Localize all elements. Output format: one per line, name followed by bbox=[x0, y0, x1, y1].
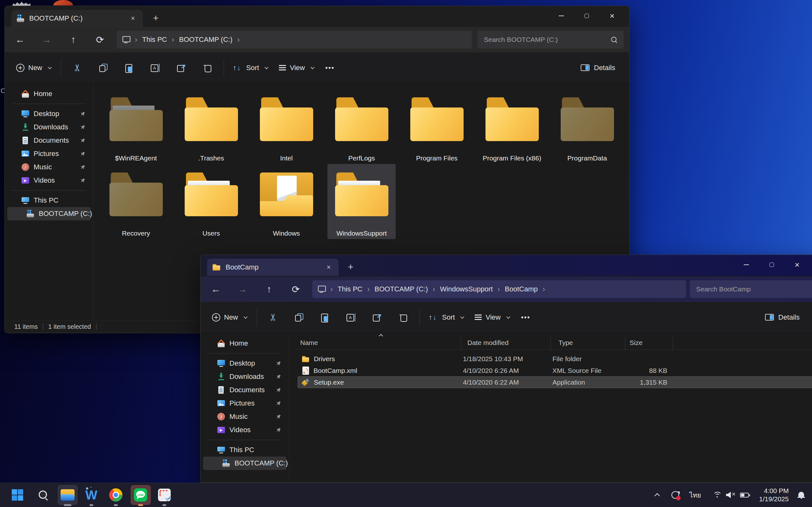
sidebar-item[interactable]: Documents bbox=[7, 134, 91, 147]
back-button[interactable]: ← bbox=[207, 280, 225, 298]
delete-button[interactable] bbox=[390, 308, 416, 326]
taskbar-file-explorer[interactable] bbox=[58, 485, 78, 505]
forward-button[interactable]: → bbox=[234, 280, 251, 298]
new-tab-button[interactable]: + bbox=[344, 261, 357, 273]
cut-button[interactable]: ✂ bbox=[64, 59, 91, 77]
sidebar-item[interactable]: BOOTCAMP (C:) bbox=[203, 457, 287, 470]
share-button[interactable] bbox=[364, 308, 390, 326]
desktop-icon-fragment[interactable] bbox=[53, 0, 73, 5]
sidebar-item[interactable]: Music bbox=[203, 410, 287, 423]
tray-clock[interactable]: 4:00 PM 1/19/2025 bbox=[755, 483, 793, 507]
copy-button[interactable] bbox=[91, 59, 116, 77]
folder-tile[interactable]: ProgramData bbox=[553, 89, 621, 164]
tray-language[interactable]: ไทย bbox=[687, 483, 704, 507]
tray-show-hidden-icons[interactable] bbox=[651, 483, 663, 507]
sort-button[interactable]: Sort bbox=[231, 59, 270, 77]
search-box[interactable]: Search BootCamp bbox=[690, 280, 812, 298]
tab-close-icon[interactable]: × bbox=[324, 263, 334, 272]
tab-close-icon[interactable]: × bbox=[128, 14, 138, 23]
sort-button[interactable]: Sort bbox=[426, 308, 466, 326]
refresh-button[interactable]: ⟳ bbox=[91, 31, 109, 49]
folder-tile[interactable]: Recovery bbox=[102, 164, 170, 239]
tray-wifi[interactable] bbox=[710, 483, 724, 507]
sidebar-item[interactable]: Downloads bbox=[203, 370, 287, 383]
paste-button[interactable] bbox=[116, 59, 143, 77]
minimize-button[interactable] bbox=[733, 256, 759, 274]
taskbar-search-button[interactable] bbox=[33, 485, 53, 505]
tab-bootcamp-folder[interactable]: BootCamp × bbox=[207, 259, 339, 276]
details-button[interactable]: Details bbox=[765, 313, 800, 322]
desktop-icon-fragment[interactable] bbox=[12, 2, 31, 6]
folder-tile[interactable]: WindowsSupport bbox=[327, 164, 396, 239]
taskbar-line[interactable]: LINE bbox=[131, 485, 150, 505]
sidebar-item[interactable]: Home bbox=[7, 87, 91, 101]
start-button[interactable] bbox=[8, 485, 27, 505]
forward-button[interactable]: → bbox=[38, 31, 55, 49]
tray-battery[interactable] bbox=[738, 483, 751, 507]
sidebar-item[interactable]: Music bbox=[7, 160, 91, 174]
sidebar-item[interactable]: This PC bbox=[203, 443, 287, 457]
refresh-button[interactable]: ⟳ bbox=[287, 280, 305, 298]
file-row[interactable]: Drivers 1/18/2025 10:43 PM File folder bbox=[298, 353, 812, 364]
breadcrumb-item[interactable]: WindowsSupport bbox=[440, 285, 493, 293]
taskbar-chrome[interactable] bbox=[106, 485, 125, 505]
new-button[interactable]: New bbox=[209, 308, 249, 326]
breadcrumb-item[interactable]: BootCamp bbox=[505, 285, 538, 293]
delete-button[interactable] bbox=[195, 59, 220, 77]
file-row[interactable]: Setup.exe 4/10/2020 6:22 AM Application … bbox=[298, 376, 812, 388]
close-button[interactable]: × bbox=[599, 7, 625, 25]
sidebar-item[interactable]: Videos bbox=[7, 174, 91, 187]
breadcrumb-item[interactable]: BOOTCAMP (C:) bbox=[374, 285, 428, 293]
more-button[interactable]: ••• bbox=[516, 308, 535, 326]
sidebar-item[interactable]: Desktop bbox=[203, 357, 287, 370]
up-button[interactable]: ↑ bbox=[64, 31, 82, 49]
close-button[interactable]: × bbox=[784, 256, 810, 274]
copy-button[interactable] bbox=[286, 308, 312, 326]
folder-tile[interactable]: $WinREAgent bbox=[102, 89, 170, 164]
new-tab-button[interactable]: + bbox=[149, 12, 162, 24]
folder-tile[interactable]: Program Files bbox=[403, 89, 471, 164]
taskbar-snipping-tool[interactable] bbox=[155, 485, 174, 505]
cut-button[interactable]: ✂ bbox=[260, 308, 286, 326]
taskbar-waterfox[interactable]: W bbox=[82, 485, 101, 505]
folder-tile[interactable]: Intel bbox=[252, 89, 320, 164]
more-button[interactable]: ••• bbox=[320, 59, 340, 77]
minimize-button[interactable] bbox=[549, 7, 574, 25]
column-header-name[interactable]: Name bbox=[300, 339, 318, 347]
folder-tile[interactable]: Windows bbox=[252, 164, 320, 239]
column-header-type[interactable]: Type bbox=[558, 339, 573, 347]
maximize-button[interactable] bbox=[759, 256, 784, 274]
sidebar-item[interactable]: Pictures bbox=[7, 147, 91, 160]
new-button[interactable]: New bbox=[14, 59, 53, 77]
sidebar-item[interactable]: Desktop bbox=[7, 107, 91, 120]
details-button[interactable]: Details bbox=[581, 64, 615, 72]
sidebar-item[interactable]: Videos bbox=[203, 423, 287, 437]
sidebar-item[interactable]: Pictures bbox=[203, 397, 287, 410]
sidebar-item[interactable]: Documents bbox=[203, 383, 287, 397]
tray-notifications[interactable] bbox=[795, 483, 808, 507]
column-header-size[interactable]: Size bbox=[629, 339, 643, 347]
breadcrumb-item[interactable]: This PC bbox=[142, 36, 167, 44]
tray-update-icon[interactable] bbox=[669, 483, 681, 507]
back-button[interactable]: ← bbox=[11, 31, 29, 49]
sidebar-item[interactable]: BOOTCAMP (C:) bbox=[7, 207, 91, 220]
breadcrumb-item[interactable]: BOOTCAMP (C:) bbox=[179, 36, 232, 44]
view-button[interactable]: View bbox=[472, 308, 511, 326]
breadcrumb[interactable]: ›This PC›BOOTCAMP (C:)›WindowsSupport›Bo… bbox=[312, 280, 686, 298]
rename-button[interactable] bbox=[143, 59, 168, 77]
view-button[interactable]: View bbox=[276, 59, 316, 77]
tray-volume[interactable] bbox=[725, 483, 737, 507]
file-row[interactable]: BootCamp.xml 4/10/2020 6:26 AM XML Sourc… bbox=[298, 364, 812, 376]
maximize-button[interactable] bbox=[574, 7, 599, 25]
paste-button[interactable] bbox=[312, 308, 338, 326]
sidebar-item[interactable]: This PC bbox=[7, 194, 91, 207]
breadcrumb[interactable]: ›This PC›BOOTCAMP (C:) › bbox=[117, 31, 472, 49]
folder-tile[interactable]: Users bbox=[177, 164, 245, 239]
up-button[interactable]: ↑ bbox=[260, 280, 278, 298]
folder-tile[interactable]: PerfLogs bbox=[327, 89, 396, 164]
folder-tile[interactable]: Program Files (x86) bbox=[478, 89, 546, 164]
tab-bootcamp-drive[interactable]: BOOTCAMP (C:) × bbox=[11, 10, 143, 27]
rename-button[interactable] bbox=[338, 308, 364, 326]
share-button[interactable] bbox=[168, 59, 195, 77]
column-header-date[interactable]: Date modified bbox=[467, 339, 509, 347]
